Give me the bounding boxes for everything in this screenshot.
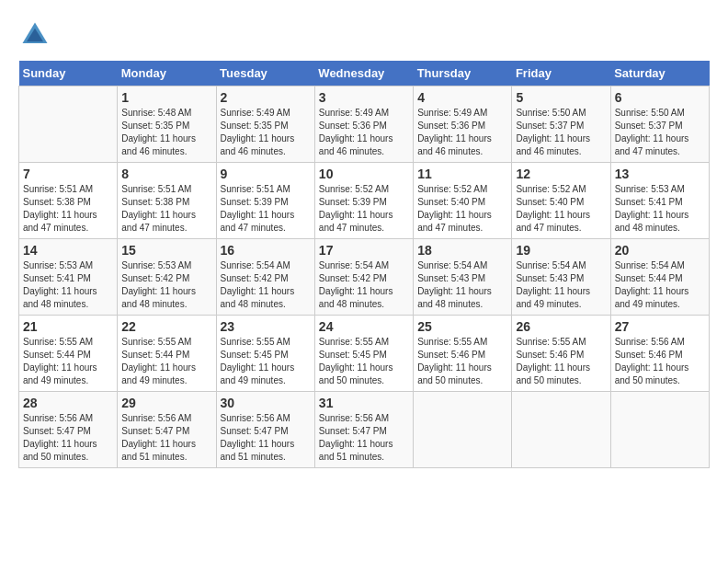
calendar-cell: 14Sunrise: 5:53 AM Sunset: 5:41 PM Dayli… [19,239,118,316]
calendar-cell: 18Sunrise: 5:54 AM Sunset: 5:43 PM Dayli… [414,239,512,316]
calendar-cell: 19Sunrise: 5:54 AM Sunset: 5:43 PM Dayli… [512,239,610,316]
day-header: Friday [512,61,610,86]
day-number: 23 [221,319,311,334]
calendar-table: SundayMondayTuesdayWednesdayThursdayFrid… [18,61,710,468]
day-number: 18 [417,243,507,258]
calendar-cell [414,392,512,468]
calendar-cell: 22Sunrise: 5:55 AM Sunset: 5:44 PM Dayli… [118,316,216,392]
day-info: Sunrise: 5:53 AM Sunset: 5:42 PM Dayligh… [121,259,211,311]
day-number: 31 [319,396,409,410]
day-info: Sunrise: 5:52 AM Sunset: 5:40 PM Dayligh… [516,183,606,235]
day-number: 27 [615,319,705,334]
day-number: 4 [417,90,507,105]
calendar-cell [19,86,118,163]
day-number: 7 [23,167,113,181]
calendar-cell: 2Sunrise: 5:49 AM Sunset: 5:35 PM Daylig… [216,86,314,163]
day-info: Sunrise: 5:51 AM Sunset: 5:38 PM Dayligh… [121,183,211,235]
calendar-cell: 20Sunrise: 5:54 AM Sunset: 5:44 PM Dayli… [610,239,709,316]
day-number: 8 [121,167,211,181]
day-info: Sunrise: 5:50 AM Sunset: 5:37 PM Dayligh… [615,107,705,158]
day-header: Sunday [19,61,118,86]
day-number: 21 [23,319,113,334]
calendar-cell: 23Sunrise: 5:55 AM Sunset: 5:45 PM Dayli… [216,316,314,392]
day-number: 10 [319,167,409,181]
day-number: 14 [23,243,113,258]
day-info: Sunrise: 5:53 AM Sunset: 5:41 PM Dayligh… [615,183,705,235]
calendar-cell: 8Sunrise: 5:51 AM Sunset: 5:38 PM Daylig… [118,163,216,239]
day-number: 20 [615,243,705,258]
day-header: Wednesday [314,61,413,86]
day-info: Sunrise: 5:55 AM Sunset: 5:45 PM Dayligh… [319,336,409,387]
day-header: Saturday [610,61,709,86]
header [18,18,710,52]
calendar-week-row: 7Sunrise: 5:51 AM Sunset: 5:38 PM Daylig… [19,163,710,239]
calendar-week-row: 14Sunrise: 5:53 AM Sunset: 5:41 PM Dayli… [19,239,710,316]
calendar-cell [512,392,610,468]
day-header: Monday [118,61,216,86]
logo [18,18,57,52]
day-number: 29 [121,396,211,410]
calendar-cell: 28Sunrise: 5:56 AM Sunset: 5:47 PM Dayli… [19,392,118,468]
calendar-cell: 12Sunrise: 5:52 AM Sunset: 5:40 PM Dayli… [512,163,610,239]
calendar-cell: 15Sunrise: 5:53 AM Sunset: 5:42 PM Dayli… [118,239,216,316]
day-number: 9 [221,167,311,181]
day-info: Sunrise: 5:49 AM Sunset: 5:35 PM Dayligh… [221,107,311,158]
calendar-cell: 29Sunrise: 5:56 AM Sunset: 5:47 PM Dayli… [118,392,216,468]
calendar-cell: 9Sunrise: 5:51 AM Sunset: 5:39 PM Daylig… [216,163,314,239]
day-info: Sunrise: 5:56 AM Sunset: 5:47 PM Dayligh… [121,412,211,464]
logo-icon [18,18,51,52]
day-number: 22 [121,319,211,334]
calendar-cell: 30Sunrise: 5:56 AM Sunset: 5:47 PM Dayli… [216,392,314,468]
day-info: Sunrise: 5:56 AM Sunset: 5:47 PM Dayligh… [319,412,409,464]
day-info: Sunrise: 5:54 AM Sunset: 5:43 PM Dayligh… [417,259,507,311]
calendar-cell: 3Sunrise: 5:49 AM Sunset: 5:36 PM Daylig… [314,86,413,163]
day-info: Sunrise: 5:56 AM Sunset: 5:46 PM Dayligh… [615,336,705,387]
day-info: Sunrise: 5:53 AM Sunset: 5:41 PM Dayligh… [23,259,113,311]
day-number: 12 [516,167,606,181]
day-number: 19 [516,243,606,258]
day-info: Sunrise: 5:52 AM Sunset: 5:39 PM Dayligh… [319,183,409,235]
day-number: 2 [221,90,311,105]
calendar-cell: 21Sunrise: 5:55 AM Sunset: 5:44 PM Dayli… [19,316,118,392]
day-info: Sunrise: 5:54 AM Sunset: 5:44 PM Dayligh… [615,259,705,311]
day-number: 6 [615,90,705,105]
calendar-week-row: 1Sunrise: 5:48 AM Sunset: 5:35 PM Daylig… [19,86,710,163]
day-number: 25 [417,319,507,334]
calendar-cell: 11Sunrise: 5:52 AM Sunset: 5:40 PM Dayli… [414,163,512,239]
day-number: 11 [417,167,507,181]
day-number: 15 [121,243,211,258]
day-info: Sunrise: 5:49 AM Sunset: 5:36 PM Dayligh… [417,107,507,158]
calendar-cell: 5Sunrise: 5:50 AM Sunset: 5:37 PM Daylig… [512,86,610,163]
day-number: 30 [221,396,311,410]
day-number: 3 [319,90,409,105]
day-number: 13 [615,167,705,181]
calendar-week-row: 28Sunrise: 5:56 AM Sunset: 5:47 PM Dayli… [19,392,710,468]
calendar-cell: 10Sunrise: 5:52 AM Sunset: 5:39 PM Dayli… [314,163,413,239]
day-number: 24 [319,319,409,334]
calendar-cell: 4Sunrise: 5:49 AM Sunset: 5:36 PM Daylig… [414,86,512,163]
day-info: Sunrise: 5:56 AM Sunset: 5:47 PM Dayligh… [23,412,113,464]
day-header: Thursday [414,61,512,86]
calendar-cell: 24Sunrise: 5:55 AM Sunset: 5:45 PM Dayli… [314,316,413,392]
day-number: 17 [319,243,409,258]
day-info: Sunrise: 5:54 AM Sunset: 5:43 PM Dayligh… [516,259,606,311]
calendar-week-row: 21Sunrise: 5:55 AM Sunset: 5:44 PM Dayli… [19,316,710,392]
day-info: Sunrise: 5:51 AM Sunset: 5:38 PM Dayligh… [23,183,113,235]
day-info: Sunrise: 5:55 AM Sunset: 5:44 PM Dayligh… [23,336,113,387]
calendar-cell: 26Sunrise: 5:55 AM Sunset: 5:46 PM Dayli… [512,316,610,392]
day-info: Sunrise: 5:48 AM Sunset: 5:35 PM Dayligh… [121,107,211,158]
calendar-cell: 1Sunrise: 5:48 AM Sunset: 5:35 PM Daylig… [118,86,216,163]
day-number: 26 [516,319,606,334]
day-info: Sunrise: 5:55 AM Sunset: 5:46 PM Dayligh… [417,336,507,387]
day-info: Sunrise: 5:54 AM Sunset: 5:42 PM Dayligh… [319,259,409,311]
day-info: Sunrise: 5:55 AM Sunset: 5:44 PM Dayligh… [121,336,211,387]
calendar-cell: 31Sunrise: 5:56 AM Sunset: 5:47 PM Dayli… [314,392,413,468]
day-info: Sunrise: 5:52 AM Sunset: 5:40 PM Dayligh… [417,183,507,235]
day-header: Tuesday [216,61,314,86]
day-info: Sunrise: 5:55 AM Sunset: 5:45 PM Dayligh… [221,336,311,387]
day-info: Sunrise: 5:50 AM Sunset: 5:37 PM Dayligh… [516,107,606,158]
calendar-header-row: SundayMondayTuesdayWednesdayThursdayFrid… [19,61,710,86]
day-info: Sunrise: 5:51 AM Sunset: 5:39 PM Dayligh… [221,183,311,235]
calendar-cell: 27Sunrise: 5:56 AM Sunset: 5:46 PM Dayli… [610,316,709,392]
day-info: Sunrise: 5:55 AM Sunset: 5:46 PM Dayligh… [516,336,606,387]
